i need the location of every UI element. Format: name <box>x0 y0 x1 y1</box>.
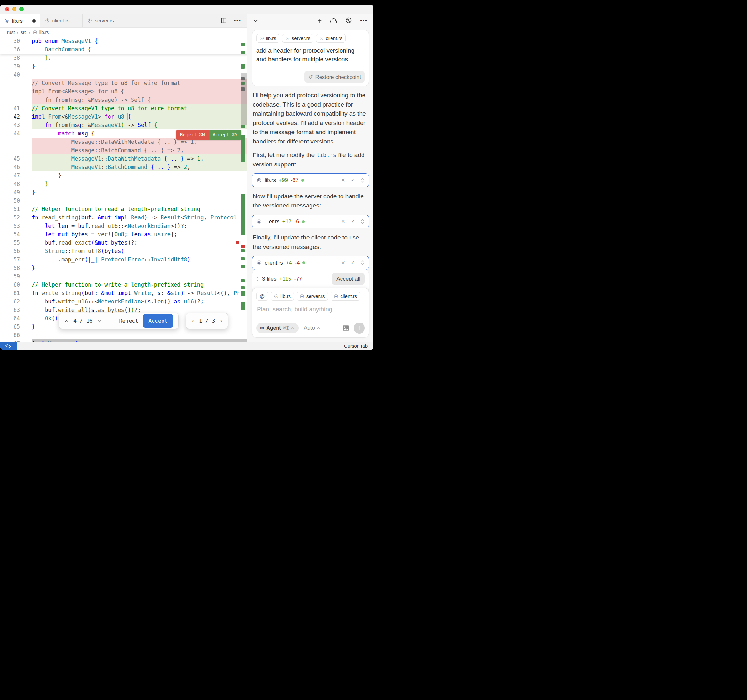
editor-column: Rlib.rsRclient.rsRserver.rs ••• rust›src… <box>0 14 247 342</box>
split-editor-icon[interactable] <box>221 18 227 23</box>
code-text: MessageV1::DataWithMetadata { .. } => 1, <box>32 155 247 163</box>
remote-indicator[interactable] <box>0 342 17 350</box>
code-row: 67impl Message { <box>0 339 247 342</box>
code-row: 58} <box>0 264 247 272</box>
file-diff-card[interactable]: R...er.rs+12-6✕✓ <box>252 215 369 229</box>
file-diff-card[interactable]: Rlib.rs+99-67✕✓ <box>252 173 369 188</box>
expand-file-icon[interactable] <box>361 177 364 183</box>
code-row: 30pub enum MessageV1 { <box>0 37 247 45</box>
inline-accept-button[interactable]: Accept⌘Y <box>209 130 241 140</box>
expand-file-icon[interactable] <box>361 219 364 224</box>
accept-file-icon[interactable]: ✓ <box>351 177 355 183</box>
file-chip[interactable]: Rlib.rs <box>256 34 280 42</box>
close-window-button[interactable] <box>5 7 9 11</box>
file-chip[interactable]: Rlib.rs <box>271 292 294 300</box>
expand-file-icon[interactable] <box>361 260 364 266</box>
accept-button[interactable]: Accept <box>143 314 173 328</box>
reject-file-icon[interactable]: ✕ <box>341 177 345 183</box>
composer-input[interactable]: Plan, search, build anything <box>257 306 364 313</box>
undo-icon: ↺ <box>308 73 313 80</box>
code-row: 41// Convert MessageV1 type to u8 for wi… <box>0 104 247 112</box>
agent-shortcut: ⌘I <box>283 326 289 330</box>
code-token: u16 <box>184 298 194 305</box>
code-token <box>32 55 45 61</box>
composer[interactable]: @Rlib.rsRserver.rsRclient.rsPlan, search… <box>252 288 369 338</box>
agent-mode-selector[interactable]: ∞Agent⌘I <box>256 323 299 333</box>
file-diff-card[interactable]: Rclient.rs+4-4✕✓ <box>252 256 369 270</box>
code-token: = <box>68 223 78 229</box>
tab-client-rs[interactable]: Rclient.rs <box>40 14 83 27</box>
collapse-chat-icon[interactable] <box>253 20 258 22</box>
history-icon[interactable] <box>345 17 352 24</box>
cloud-icon[interactable] <box>330 18 337 24</box>
accept-file-icon[interactable]: ✓ <box>351 218 355 224</box>
code-text: impl From<&MessageV1> for u8 { <box>32 112 247 121</box>
overview-mark <box>241 64 245 68</box>
code-token: ) <box>121 122 124 128</box>
minimize-window-button[interactable] <box>12 7 17 11</box>
code-token: len <box>154 298 164 305</box>
send-button[interactable]: ↑ <box>354 323 365 333</box>
code-token: , <box>187 164 190 170</box>
new-chat-icon[interactable]: + <box>317 17 322 24</box>
model-selector[interactable]: Auto <box>304 325 320 331</box>
tab-modified-dot[interactable] <box>32 20 36 23</box>
reject-button[interactable]: Reject <box>119 317 139 325</box>
code-token: , <box>48 55 51 61</box>
next-file-icon[interactable]: › <box>219 317 222 325</box>
attach-image-icon[interactable] <box>342 325 349 331</box>
next-diff-icon[interactable] <box>97 320 102 323</box>
indent-guide <box>32 230 32 238</box>
accept-all-button[interactable]: Accept all <box>332 273 365 285</box>
prev-file-icon[interactable]: ‹ <box>191 317 195 325</box>
file-chip[interactable]: Rserver.rs <box>296 292 328 300</box>
overview-ruler[interactable] <box>241 37 247 342</box>
titlebar <box>0 5 374 14</box>
reject-file-icon[interactable]: ✕ <box>341 260 345 266</box>
code-token: ) <box>131 307 134 313</box>
file-chip[interactable]: Rserver.rs <box>282 34 314 42</box>
cursor-tab-status[interactable]: Cursor Tab <box>344 343 374 349</box>
line-number: 41 <box>0 104 32 112</box>
line-number: 57 <box>0 255 32 264</box>
breadcrumb[interactable]: rust›src›Rlib.rs <box>0 28 247 37</box>
code-token <box>128 214 131 221</box>
more-actions-icon[interactable]: ••• <box>234 17 241 24</box>
add-context-chip[interactable]: @ <box>256 292 268 300</box>
code-token <box>32 315 45 321</box>
code-token: & <box>98 214 101 221</box>
code-token: Read <box>131 214 144 221</box>
scrollbar-thumb[interactable] <box>241 73 247 125</box>
file-chip[interactable]: Rclient.rs <box>331 292 360 300</box>
tab-server-rs[interactable]: Rserver.rs <box>83 14 127 27</box>
code-text: fn write_string(buf: &mut impl Write, s:… <box>32 289 247 297</box>
breadcrumb-item[interactable]: lib.rs <box>39 30 49 35</box>
chevron-right-icon[interactable] <box>256 277 259 281</box>
chat-more-icon[interactable]: ••• <box>360 17 368 24</box>
code-token: MessageV1 <box>61 38 91 44</box>
code-text: }, <box>32 54 247 62</box>
svg-text:R: R <box>47 19 48 22</box>
file-chip[interactable]: Rclient.rs <box>316 34 346 42</box>
code-token: ::< <box>118 223 128 229</box>
code-token: > <box>98 114 104 120</box>
restore-checkpoint-button[interactable]: ↺Restore checkpoint <box>304 71 365 83</box>
tab-lib-rs[interactable]: Rlib.rs <box>0 14 40 27</box>
added-lines: +4 <box>286 260 292 266</box>
code-token: :: <box>101 155 107 162</box>
indent-guide <box>32 306 32 314</box>
code-token: String <box>184 214 204 221</box>
file-chip-label: lib.rs <box>266 36 276 41</box>
code-token: for <box>104 114 114 120</box>
accept-file-icon[interactable]: ✓ <box>351 260 355 266</box>
code-token: [ <box>111 231 114 238</box>
reject-file-icon[interactable]: ✕ <box>341 218 345 224</box>
svg-text:R: R <box>6 20 8 22</box>
zoom-window-button[interactable] <box>20 7 24 11</box>
breadcrumb-item[interactable]: src <box>21 30 27 35</box>
inline-reject-button[interactable]: Reject⌘N <box>176 130 209 140</box>
code-token <box>32 181 45 187</box>
breadcrumb-item[interactable]: rust <box>7 30 15 35</box>
code-editor[interactable]: 30pub enum MessageV1 {36 BatchCommand { … <box>0 37 247 342</box>
prev-diff-icon[interactable] <box>64 320 69 323</box>
